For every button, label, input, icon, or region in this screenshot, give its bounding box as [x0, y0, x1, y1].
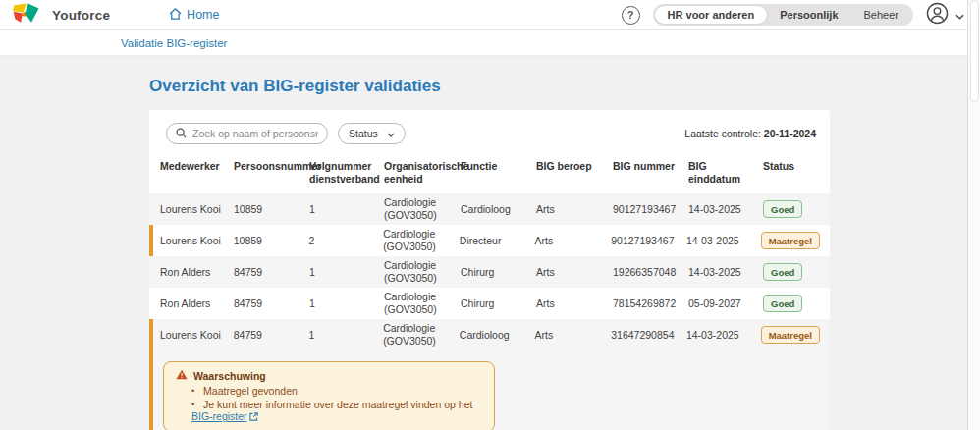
cell-volgnummer: 2 [308, 235, 383, 247]
search-icon [176, 125, 187, 142]
cell-einddatum: 14-03-2025 [686, 329, 761, 342]
cell-medewerker: Ron Alders [160, 297, 234, 310]
user-menu[interactable] [926, 2, 964, 28]
cell-beroep: Arts [536, 266, 613, 279]
scrollbar[interactable] [967, 0, 980, 430]
brand-name: Youforce [52, 8, 110, 23]
status-badge: Maatregel [761, 326, 820, 344]
context-switcher: HR voor anderen Persoonlijk Beheer [653, 4, 913, 26]
tab-beheer[interactable]: Beheer [851, 6, 911, 24]
cell-functie: Cardioloog [461, 203, 536, 216]
cell-functie: Chirurg [461, 266, 536, 279]
cell-persoonsnummer: 10859 [234, 235, 309, 247]
col-big-einddatum: BIG einddatum [688, 160, 763, 186]
col-status: Status [763, 160, 830, 186]
help-button[interactable]: ? [622, 6, 640, 25]
cell-persoonsnummer: 10859 [234, 203, 309, 216]
home-icon [169, 8, 182, 23]
cell-volgnummer: 1 [309, 297, 384, 310]
cell-nummer: 31647290854 [611, 329, 686, 342]
home-label: Home [187, 8, 219, 22]
cell-eenheid: Cardiologie (GOV3050) [384, 291, 461, 316]
external-link-icon [249, 411, 258, 423]
warning-title: Waarschuwing [193, 370, 266, 382]
cell-medewerker: Lourens Kooi [160, 329, 234, 342]
status-filter-label: Status [349, 128, 378, 139]
table-row[interactable]: Lourens Kooi108591Cardiologie (GOV3050)C… [149, 193, 830, 225]
table-row[interactable]: Lourens Kooi847591Cardiologie (GOV3050)C… [149, 319, 830, 350]
col-functie: Functie [461, 160, 536, 186]
cell-eenheid: Cardiologie (GOV3050) [383, 322, 460, 348]
cell-einddatum: 14-03-2025 [686, 235, 761, 247]
col-big-nummer: BIG nummer [613, 160, 688, 186]
cell-einddatum: 14-03-2025 [688, 203, 763, 216]
page-content: Overzicht van BIG-register validaties St… [0, 56, 980, 430]
status-badge: Goed [763, 263, 802, 281]
cell-persoonsnummer: 84759 [234, 297, 309, 310]
cell-persoonsnummer: 84759 [234, 329, 309, 342]
warning-row-panel: Waarschuwing Maatregel gevonden Je kunt … [149, 350, 830, 430]
last-check-label: Laatste controle: [684, 128, 761, 139]
col-big-beroep: BIG beroep [536, 160, 613, 186]
col-medewerker: Medewerker [160, 160, 234, 186]
tab-hr-voor-anderen[interactable]: HR voor anderen [655, 6, 768, 24]
search-input[interactable] [192, 128, 318, 139]
tab-persoonlijk[interactable]: Persoonlijk [767, 6, 850, 24]
status-badge: Maatregel [761, 232, 820, 249]
cell-medewerker: Lourens Kooi [160, 203, 234, 216]
warning-triangle-icon [176, 369, 188, 382]
cell-eenheid: Cardiologie (GOV3050) [383, 228, 460, 253]
cell-nummer: 90127193467 [613, 203, 688, 216]
breadcrumb-validatie-big-register[interactable]: Validatie BIG-register [121, 37, 227, 49]
last-check: Laatste controle: 20-11-2024 [684, 128, 816, 139]
chevron-down-icon [387, 128, 395, 139]
cell-functie: Directeur [460, 235, 535, 247]
warning-item-maatregel: Maatregel gevonden [191, 385, 482, 397]
nav-home-link[interactable]: Home [169, 8, 219, 23]
status-badge: Goed [763, 200, 802, 218]
cell-status: Goed [763, 203, 830, 216]
search-box[interactable] [166, 123, 328, 144]
scrollbar-thumb[interactable] [970, 0, 979, 102]
cell-beroep: Arts [535, 235, 612, 247]
cell-medewerker: Lourens Kooi [160, 235, 234, 247]
table-row[interactable]: Ron Alders847591Cardiologie (GOV3050)Chi… [149, 288, 830, 319]
cell-einddatum: 14-03-2025 [688, 266, 763, 279]
cell-eenheid: Cardiologie (GOV3050) [384, 259, 461, 285]
table-body: Lourens Kooi108591Cardiologie (GOV3050)C… [149, 193, 830, 430]
cell-beroep: Arts [536, 203, 613, 216]
cell-status: Maatregel [761, 235, 830, 247]
youforce-logo[interactable]: Youforce [12, 1, 110, 29]
status-filter-dropdown[interactable]: Status [338, 123, 406, 144]
user-avatar-icon [926, 2, 949, 28]
cell-functie: Chirurg [461, 297, 536, 310]
validations-card: Status Laatste controle: 20-11-2024 Mede… [149, 110, 830, 430]
cell-nummer: 90127193467 [611, 235, 686, 247]
breadcrumb: Validatie BIG-register [0, 30, 980, 56]
cell-nummer: 78154269872 [613, 297, 688, 310]
cell-functie: Cardioloog [460, 329, 535, 342]
chevron-down-icon [955, 6, 964, 24]
col-organisatorische-eenheid: Organisatorische eenheid [384, 160, 461, 186]
page-title: Overzicht van BIG-register validaties [149, 77, 980, 96]
col-volgnummer-dienstverband: Volgnummer dienstverband [309, 160, 384, 186]
warning-box: Waarschuwing Maatregel gevonden Je kunt … [163, 361, 495, 430]
cell-status: Maatregel [761, 329, 830, 342]
table-row[interactable]: Ron Alders847591Cardiologie (GOV3050)Chi… [149, 256, 830, 288]
cell-medewerker: Ron Alders [160, 266, 234, 279]
question-mark-icon: ? [627, 9, 634, 21]
cell-beroep: Arts [536, 297, 613, 310]
warning-list: Maatregel gevonden Je kunt meer informat… [191, 385, 482, 422]
cell-beroep: Arts [535, 329, 612, 342]
last-check-date: 20-11-2024 [764, 128, 816, 139]
col-persoonsnummer: Persoonsnummer [234, 160, 309, 186]
cell-volgnummer: 1 [309, 203, 384, 216]
top-bar: Youforce Home ? HR voor anderen Persoonl… [0, 0, 980, 30]
cell-volgnummer: 1 [309, 266, 384, 279]
cell-nummer: 19266357048 [613, 266, 688, 279]
warning-item-info: Je kunt meer informatie over deze maatre… [191, 399, 482, 422]
table-row[interactable]: Lourens Kooi108592Cardiologie (GOV3050)D… [149, 225, 830, 256]
cell-status: Goed [763, 266, 830, 279]
big-register-link[interactable]: BIG-register [191, 410, 247, 422]
cell-status: Goed [763, 297, 830, 310]
